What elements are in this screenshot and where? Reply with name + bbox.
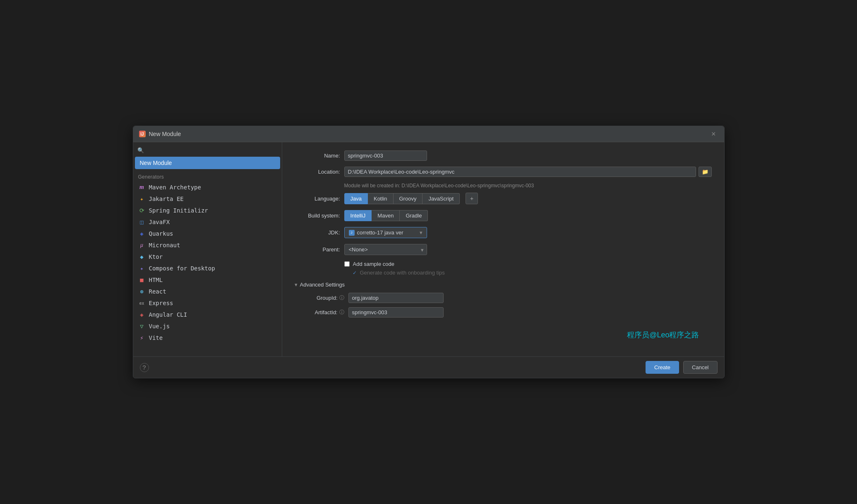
sidebar-item-quarkus[interactable]: ◈ Quarkus: [133, 228, 282, 239]
vue-icon: ▽: [138, 322, 146, 330]
main-content: Name: Location: 📁 Module will be created…: [282, 142, 724, 356]
sidebar-item-label: JavaFX: [149, 219, 170, 225]
advanced-section: ▾ Advanced Settings GroupId: ⓘ ArtifactI…: [295, 282, 712, 318]
jdk-icon: J: [349, 230, 355, 236]
sidebar-item-maven-archetype[interactable]: m Maven Archetype: [133, 182, 282, 193]
parent-label: Parent:: [295, 246, 340, 253]
sidebar-item-label: Quarkus: [149, 230, 173, 237]
module-path-hint: Module will be created in: D:\IDEA Workp…: [344, 183, 712, 189]
generators-label: Generators: [133, 172, 282, 182]
language-groovy-button[interactable]: Groovy: [394, 193, 423, 204]
dialog-footer: ? Create Cancel: [133, 356, 724, 378]
sidebar-item-micronaut[interactable]: μ Micronaut: [133, 239, 282, 251]
build-intellij-button[interactable]: IntelliJ: [344, 210, 372, 221]
close-button[interactable]: ×: [709, 129, 718, 139]
app-icon: IJ: [139, 131, 146, 137]
checkmark-icon: ✓: [353, 270, 357, 276]
artifactid-label: ArtifactId: ⓘ: [295, 309, 344, 316]
name-row: Name:: [295, 150, 712, 161]
generate-tips-label: Generate code with onboarding tips: [360, 270, 445, 276]
sidebar-item-jakarta-ee[interactable]: ✦ Jakarta EE: [133, 193, 282, 205]
advanced-toggle[interactable]: ▾ Advanced Settings: [295, 282, 712, 288]
sidebar-item-express[interactable]: ex Express: [133, 297, 282, 309]
sidebar-item-spring[interactable]: ⟳ Spring Initializr: [133, 205, 282, 216]
location-label: Location:: [295, 169, 340, 175]
search-icon: 🔍: [137, 147, 144, 153]
new-module-button[interactable]: New Module: [135, 157, 280, 169]
sidebar-item-html[interactable]: ■ HTML: [133, 274, 282, 286]
sidebar-item-angular[interactable]: ◈ Angular CLI: [133, 309, 282, 320]
language-kotlin-button[interactable]: Kotlin: [368, 193, 394, 204]
generate-tips-row: ✓ Generate code with onboarding tips: [353, 270, 712, 276]
location-input[interactable]: [344, 167, 696, 177]
sidebar-item-label: Spring Initializr: [149, 207, 208, 214]
jdk-select[interactable]: J corretto-17 java ver ▾: [344, 227, 427, 238]
language-add-button[interactable]: +: [466, 193, 478, 204]
sidebar-item-label: Express: [149, 300, 173, 306]
cancel-button[interactable]: Cancel: [683, 361, 717, 374]
jdk-label: JDK:: [295, 229, 340, 236]
advanced-arrow-icon: ▾: [295, 282, 298, 288]
title-bar: IJ New Module ×: [133, 126, 724, 142]
sidebar-item-label: Angular CLI: [149, 311, 187, 318]
react-icon: ⊛: [138, 288, 146, 295]
name-input[interactable]: [344, 150, 427, 161]
sidebar-item-compose[interactable]: ✦ Compose for Desktop: [133, 263, 282, 274]
language-label: Language:: [295, 196, 340, 202]
watermark: 程序员@Leo程序之路: [295, 322, 712, 348]
folder-browse-button[interactable]: 📁: [699, 167, 712, 177]
location-row: Location: 📁: [295, 167, 712, 177]
groupid-info-icon[interactable]: ⓘ: [339, 294, 344, 301]
spring-icon: ⟳: [138, 207, 146, 214]
sidebar-item-label: HTML: [149, 277, 163, 283]
jdk-dropdown-arrow: ▾: [420, 229, 422, 236]
add-sample-checkbox[interactable]: [344, 261, 350, 267]
build-maven-button[interactable]: Maven: [372, 210, 400, 221]
groupid-label: GroupId: ⓘ: [295, 294, 344, 301]
maven-icon: m: [138, 184, 146, 191]
vite-icon: ⚡: [138, 334, 146, 342]
html-icon: ■: [138, 276, 146, 284]
quarkus-icon: ◈: [138, 230, 146, 237]
dialog-body: 🔍 New Module Generators m Maven Archetyp…: [133, 142, 724, 356]
build-label: Build system:: [295, 213, 340, 219]
search-bar: 🔍: [133, 146, 282, 157]
parent-select[interactable]: <None>: [344, 244, 427, 255]
sidebar-item-javafx[interactable]: ◫ JavaFX: [133, 216, 282, 228]
sidebar-item-vite[interactable]: ⚡ Vite: [133, 332, 282, 344]
angular-icon: ◈: [138, 311, 146, 318]
jakarta-icon: ✦: [138, 195, 146, 203]
new-module-dialog: IJ New Module × 🔍 New Module Generators …: [133, 126, 725, 378]
help-button[interactable]: ?: [140, 363, 149, 372]
sidebar-item-label: Maven Archetype: [149, 184, 201, 191]
sidebar-item-label: Vite: [149, 334, 163, 341]
sidebar-item-react[interactable]: ⊛ React: [133, 286, 282, 297]
ktor-icon: ◆: [138, 253, 146, 260]
javafx-icon: ◫: [138, 218, 146, 226]
artifactid-info-icon[interactable]: ⓘ: [339, 309, 344, 316]
sidebar: 🔍 New Module Generators m Maven Archetyp…: [133, 142, 282, 356]
parent-row: Parent: <None>: [295, 244, 712, 255]
parent-select-wrapper: <None>: [344, 244, 427, 255]
language-toggle-group: Java Kotlin Groovy JavaScript: [344, 193, 460, 204]
language-row: Language: Java Kotlin Groovy JavaScript …: [295, 193, 712, 204]
sidebar-item-label: Micronaut: [149, 242, 180, 248]
groupid-input[interactable]: [348, 293, 444, 303]
sidebar-item-vue[interactable]: ▽ Vue.js: [133, 320, 282, 332]
footer-buttons: Create Cancel: [646, 361, 718, 374]
sidebar-item-label: Vue.js: [149, 323, 170, 330]
artifactid-row: ArtifactId: ⓘ: [295, 307, 712, 318]
build-gradle-button[interactable]: Gradle: [400, 210, 428, 221]
create-button[interactable]: Create: [646, 361, 679, 374]
search-input[interactable]: 🔍: [137, 147, 278, 153]
language-javascript-button[interactable]: JavaScript: [422, 193, 460, 204]
sidebar-item-ktor[interactable]: ◆ Ktor: [133, 251, 282, 263]
sidebar-item-label: React: [149, 288, 166, 295]
compose-icon: ✦: [138, 265, 146, 272]
add-sample-label[interactable]: Add sample code: [353, 261, 394, 267]
language-java-button[interactable]: Java: [344, 193, 368, 204]
sidebar-item-label: Jakarta EE: [149, 196, 184, 202]
build-toggle-group: IntelliJ Maven Gradle: [344, 210, 428, 221]
artifactid-input[interactable]: [348, 307, 444, 318]
advanced-label: Advanced Settings: [300, 282, 345, 288]
